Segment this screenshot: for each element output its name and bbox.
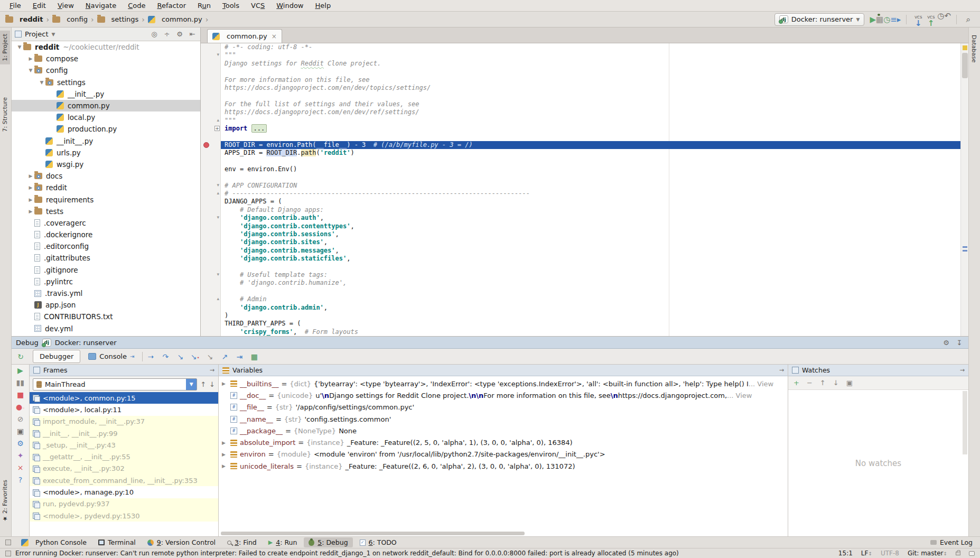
menu-item-view[interactable]: View xyxy=(52,1,79,10)
code-line[interactable]: 'django.contrib.contenttypes', xyxy=(221,222,960,230)
tree-item-__init__py[interactable]: __init__.py xyxy=(12,135,200,147)
chevron-collapsed-icon[interactable]: ▶ xyxy=(27,209,34,214)
code-line[interactable]: APPS_DIR = ROOT_DIR.path('reddit') xyxy=(221,149,960,157)
tool-tab-version-control[interactable]: 9: Version Control xyxy=(143,537,220,547)
tree-item-reddit[interactable]: ▼reddit~/cookiecutter/reddit xyxy=(12,41,200,53)
code-line[interactable]: # --------------------------------------… xyxy=(221,190,960,198)
tree-item-requirements[interactable]: ▶requirements xyxy=(12,193,200,205)
chevron-expanded-icon[interactable]: ▼ xyxy=(38,80,45,85)
fold-collapse-icon[interactable]: ▾ xyxy=(217,182,219,188)
settings-icon[interactable]: ⚙ xyxy=(175,30,184,38)
code-line[interactable]: # -*- coding: utf-8 -*- xyxy=(221,43,960,51)
fold-end-icon[interactable]: ▴ xyxy=(217,117,219,123)
settings-icon[interactable]: ⚙ xyxy=(941,339,951,347)
menu-item-refactor[interactable]: Refactor xyxy=(152,1,191,10)
help-icon[interactable]: ? xyxy=(15,476,26,483)
variable-row[interactable]: #__package__={NoneType} None xyxy=(219,425,788,436)
tool-tab-debug[interactable]: 5: Debug xyxy=(304,537,352,547)
code-line[interactable] xyxy=(221,173,960,181)
tree-item-editorconfig[interactable]: .editorconfig xyxy=(12,240,200,252)
menu-item-vcs[interactable]: VCS xyxy=(246,1,270,10)
tool-windows-icon[interactable] xyxy=(5,540,11,545)
line-separator-indicator[interactable]: LF↕ xyxy=(861,550,872,557)
tool-tab-find[interactable]: 3: Find xyxy=(222,537,262,547)
chevron-collapsed-icon[interactable]: ▶ xyxy=(222,381,228,386)
menu-item-navigate[interactable]: Navigate xyxy=(80,1,122,10)
breakpoint-icon[interactable] xyxy=(203,142,209,148)
evaluate-expression-icon[interactable]: ▦ xyxy=(247,352,261,361)
tree-item-docs[interactable]: ▶docs xyxy=(12,170,200,182)
code-line[interactable]: 'django.contrib.sites', xyxy=(221,238,960,246)
tree-item-wsgipy[interactable]: wsgi.py xyxy=(12,159,200,170)
caret-position[interactable]: 15:1 xyxy=(838,550,853,557)
collapse-all-icon[interactable]: ÷ xyxy=(162,30,172,38)
add-watch-icon[interactable]: + xyxy=(794,379,799,387)
tree-item-settings[interactable]: ▼settings xyxy=(12,77,200,88)
fold-collapse-icon[interactable]: ▾ xyxy=(217,215,219,220)
frame-row[interactable]: _setup, __init__.py:43 xyxy=(30,439,218,451)
run-to-cursor-icon[interactable]: ⇥ xyxy=(232,352,246,361)
code-line[interactable]: 'django.contrib.auth', xyxy=(221,214,960,222)
breadcrumb-item-settings[interactable]: settings xyxy=(97,15,139,23)
tool-tab-terminal[interactable]: Terminal xyxy=(94,537,141,547)
editor-tab-common-py[interactable]: common.py × xyxy=(207,29,282,43)
frame-row[interactable]: <module>, manage.py:10 xyxy=(30,486,218,498)
view-breakpoints-icon[interactable]: ●◦ xyxy=(15,403,26,411)
horizontal-scrollbar[interactable] xyxy=(221,532,525,535)
tree-item-commonpy[interactable]: common.py xyxy=(12,100,200,111)
chevron-down-icon[interactable]: ▼ xyxy=(51,32,55,37)
breadcrumb-item-config[interactable]: config xyxy=(52,15,88,23)
view-link[interactable]: ... View xyxy=(749,380,773,388)
code-line[interactable]: ) xyxy=(221,312,960,320)
code-line[interactable]: """ xyxy=(221,51,960,59)
code-line[interactable]: 'django.contrib.sessions', xyxy=(221,230,960,238)
tree-item-productionpy[interactable]: production.py xyxy=(12,123,200,135)
menu-item-tools[interactable]: Tools xyxy=(217,1,245,10)
duplicate-watch-icon[interactable]: ▣ xyxy=(846,379,853,387)
hector-icon[interactable] xyxy=(969,551,975,556)
fold-collapse-icon[interactable]: ▾ xyxy=(217,52,219,57)
breadcrumb-item-reddit[interactable]: reddit xyxy=(5,15,43,23)
local-history-button[interactable]: ◷ xyxy=(937,11,944,21)
variable-row[interactable]: ▶__builtins__={dict} {'bytearray': <type… xyxy=(219,378,788,389)
code-line[interactable]: """ xyxy=(221,117,960,125)
stripe-tab-favorites[interactable]: ★ 2: Favorites xyxy=(0,477,10,525)
code-line[interactable]: DJANGO_APPS = ( xyxy=(221,198,960,206)
chevron-collapsed-icon[interactable]: ▶ xyxy=(222,440,228,445)
lock-icon[interactable] xyxy=(956,552,960,555)
stripe-tab-structure[interactable]: 7: Structure xyxy=(0,94,10,135)
resume-icon[interactable]: ▶ xyxy=(15,367,26,374)
variable-row[interactable]: ▶absolute_import={instance} _Feature: _F… xyxy=(219,436,788,448)
chevron-expanded-icon[interactable]: ▼ xyxy=(27,68,34,73)
menu-item-edit[interactable]: Edit xyxy=(27,1,51,10)
float-panel-icon[interactable]: → xyxy=(960,367,965,374)
pin-tab-icon[interactable]: ✦ xyxy=(15,452,26,459)
frame-row[interactable]: <module>, common.py:15 xyxy=(30,392,218,404)
menu-item-window[interactable]: Window xyxy=(271,1,309,10)
show-execution-point-icon[interactable]: ➝ xyxy=(144,352,157,361)
move-up-icon[interactable]: ↑ xyxy=(820,379,826,387)
git-branch-indicator[interactable]: Git: master↕ xyxy=(908,550,947,557)
tree-item-reddit[interactable]: ▶reddit xyxy=(12,182,200,193)
tool-tab-run[interactable]: ▶4: Run xyxy=(264,537,302,547)
debugger-settings-icon[interactable]: ⚙ xyxy=(15,440,26,447)
code-line[interactable]: # Useful template tags: xyxy=(221,271,960,279)
code-line[interactable]: # APP CONFIGURATION xyxy=(221,182,960,190)
frame-row[interactable]: run, pydevd.py:937 xyxy=(30,498,218,510)
concurrency-button[interactable]: ≡▸ xyxy=(890,15,901,24)
variable-row[interactable]: #__file__={str} '/app/config/settings/co… xyxy=(219,402,788,413)
vcs-update-button[interactable]: VCS↓ xyxy=(912,16,925,27)
fold-end-icon[interactable]: ▴ xyxy=(217,296,219,301)
event-log-button[interactable]: Event Log xyxy=(930,538,980,546)
tree-item-urlspy[interactable]: urls.py xyxy=(12,147,200,159)
previous-frame-icon[interactable]: ↑ xyxy=(200,380,206,388)
menu-item-run[interactable]: Run xyxy=(192,1,216,10)
chevron-expanded-icon[interactable]: ▼ xyxy=(16,44,23,50)
menu-item-file[interactable]: File xyxy=(4,1,26,10)
tree-item-gitattributes[interactable]: .gitattributes xyxy=(12,252,200,264)
stop-icon[interactable]: ■ xyxy=(15,391,26,398)
float-panel-icon[interactable]: → xyxy=(210,367,214,374)
frame-row[interactable]: import_module, __init__.py:37 xyxy=(30,416,218,427)
code-editor[interactable]: # -*- coding: utf-8 -*-"""Django setting… xyxy=(221,43,960,336)
code-line[interactable] xyxy=(221,68,960,76)
